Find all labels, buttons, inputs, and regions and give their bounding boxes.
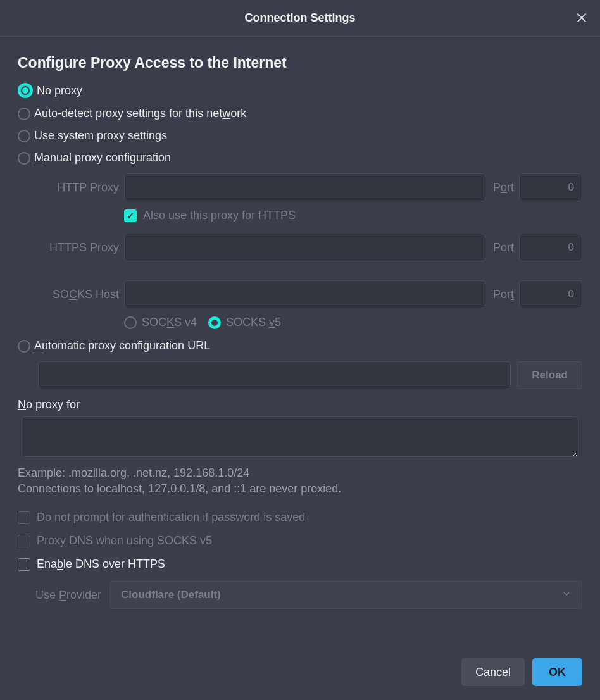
radio-icon xyxy=(18,340,30,353)
checkbox-icon xyxy=(18,511,30,524)
radio-label: SOCKS v5 xyxy=(226,316,281,329)
dialog-title: Connection Settings xyxy=(245,11,356,25)
https-port-input[interactable] xyxy=(519,234,582,261)
radio-socks-v4[interactable]: SOCKS v4 xyxy=(124,316,197,329)
radio-label: Auto-detect proxy settings for this netw… xyxy=(34,107,246,120)
radio-icon xyxy=(18,130,30,142)
radio-icon xyxy=(18,108,30,120)
checkbox-icon xyxy=(18,535,30,547)
radio-icon xyxy=(208,316,221,329)
select-value: Cloudflare (Default) xyxy=(121,589,221,601)
port-label: Port xyxy=(493,288,514,301)
checkbox-label: Proxy DNS when using SOCKS v5 xyxy=(37,534,212,547)
no-proxy-for-label: No proxy for xyxy=(18,398,582,411)
radio-label: Use system proxy settings xyxy=(34,129,167,142)
radio-label: Manual proxy configuration xyxy=(34,151,171,165)
close-icon[interactable] xyxy=(575,11,590,26)
http-port-input[interactable] xyxy=(519,173,582,201)
reload-button[interactable]: Reload xyxy=(517,361,582,389)
ok-button[interactable]: OK xyxy=(532,658,582,686)
radio-no-proxy[interactable]: No proxy xyxy=(18,83,582,98)
checkbox-label: Also use this proxy for HTTPS xyxy=(143,209,296,222)
doh-provider-row: Use Provider Cloudflare (Default) xyxy=(35,581,582,609)
titlebar: Connection Settings xyxy=(0,0,600,37)
auto-config-url-row: Reload xyxy=(38,361,582,389)
checkbox-label: Do not prompt for authentication if pass… xyxy=(37,511,305,524)
auto-config-url-input[interactable] xyxy=(38,361,511,389)
port-label: Port xyxy=(493,241,514,254)
checkbox-icon xyxy=(124,209,137,222)
dialog-content: Configure Proxy Access to the Internet N… xyxy=(0,37,600,647)
radio-auto-config-url[interactable]: Automatic proxy configuration URL xyxy=(18,339,582,353)
http-proxy-input[interactable] xyxy=(124,173,485,201)
radio-label: Automatic proxy configuration URL xyxy=(34,339,210,353)
radio-label: SOCKS v4 xyxy=(142,316,197,329)
example-text: Example: .mozilla.org, .net.nz, 192.168.… xyxy=(18,466,582,480)
checkbox-label: Enable DNS over HTTPS xyxy=(37,558,165,571)
https-proxy-input[interactable] xyxy=(124,234,485,261)
port-label: Port xyxy=(493,181,514,194)
https-proxy-label: HTTPS Proxy xyxy=(37,241,119,254)
localhost-note: Connections to localhost, 127.0.0.1/8, a… xyxy=(18,482,582,496)
cancel-button[interactable]: Cancel xyxy=(461,658,525,686)
manual-proxy-section: HTTP Proxy Port Also use this proxy for … xyxy=(18,173,582,329)
also-https-checkbox-row[interactable]: Also use this proxy for HTTPS xyxy=(124,209,582,222)
radio-icon xyxy=(18,152,30,165)
socks-host-label: SOCKS Host xyxy=(37,288,119,301)
radio-manual-proxy[interactable]: Manual proxy configuration xyxy=(18,151,582,165)
socks-host-input[interactable] xyxy=(124,280,485,308)
checkbox-icon xyxy=(18,558,30,571)
section-title: Configure Proxy Access to the Internet xyxy=(18,54,582,72)
chevron-down-icon xyxy=(561,589,572,602)
no-proxy-for-input[interactable] xyxy=(22,416,578,457)
dialog-footer: Cancel OK xyxy=(0,647,600,700)
connection-settings-dialog: Connection Settings Configure Proxy Acce… xyxy=(0,0,600,700)
radio-icon xyxy=(18,83,33,98)
provider-label: Use Provider xyxy=(35,589,101,602)
no-prompt-auth-checkbox[interactable]: Do not prompt for authentication if pass… xyxy=(18,511,582,524)
radio-socks-v5[interactable]: SOCKS v5 xyxy=(208,316,281,329)
proxy-dns-socks5-checkbox[interactable]: Proxy DNS when using SOCKS v5 xyxy=(18,534,582,547)
socks-version-row: SOCKS v4 SOCKS v5 xyxy=(124,316,582,329)
radio-system-proxy[interactable]: Use system proxy settings xyxy=(18,129,582,142)
http-proxy-label: HTTP Proxy xyxy=(37,181,119,194)
radio-auto-detect[interactable]: Auto-detect proxy settings for this netw… xyxy=(18,107,582,120)
enable-doh-checkbox[interactable]: Enable DNS over HTTPS xyxy=(18,558,582,571)
radio-label: No proxy xyxy=(37,84,82,97)
provider-select[interactable]: Cloudflare (Default) xyxy=(110,581,582,609)
socks-port-input[interactable] xyxy=(519,280,582,308)
radio-icon xyxy=(124,316,137,329)
